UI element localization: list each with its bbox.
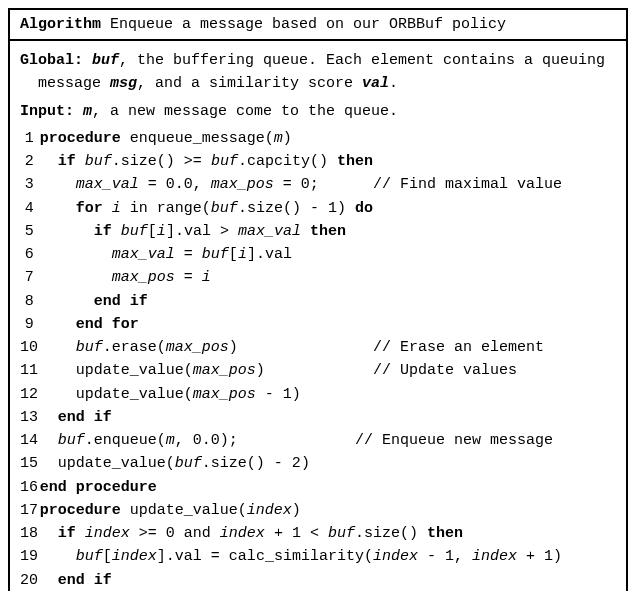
line-number: 11 [20,359,40,382]
code-line: end procedure [40,476,616,499]
code-line: procedure enqueue_message(m) [40,127,616,150]
line-number: 7 [20,266,40,289]
code-line: end if [40,569,616,592]
line-number: 3 [20,173,40,196]
line-number: 14 [20,429,40,452]
code-line: buf.enqueue(m, 0.0); // Enqueue new mess… [40,429,616,452]
code-line: end if [40,406,616,429]
line-number: 5 [20,220,40,243]
code-line: update_value(max_pos - 1) [40,383,616,406]
global-line: Global: buf, the buffering queue. Each e… [20,49,616,96]
code-line: end for [40,313,616,336]
line-number: 9 [20,313,40,336]
code-line: end if [40,290,616,313]
line-number: 4 [20,197,40,220]
code-line: max_val = buf[i].val [40,243,616,266]
algorithm-box: Algorithm Enqueue a message based on our… [8,8,628,591]
line-number: 18 [20,522,40,545]
code-line: if buf[i].val > max_val then [40,220,616,243]
global-var-buf: buf [92,52,119,69]
title-text: Enqueue a message based on our ORBBuf po… [101,16,506,33]
code-line: max_val = 0.0, max_pos = 0; // Find maxi… [40,173,616,196]
algorithm-body: Global: buf, the buffering queue. Each e… [10,41,626,591]
input-line: Input: m, a new message come to the queu… [20,100,616,123]
code-line: procedure update_value(index) [40,499,616,522]
global-label: Global: [20,52,83,69]
input-var-m: m [83,103,92,120]
input-label: Input: [20,103,74,120]
line-number: 17 [20,499,40,522]
line-number: 19 [20,545,40,568]
line-number: 16 [20,476,40,499]
code-line: if buf.size() >= buf.capcity() then [40,150,616,173]
code-line: max_pos = i [40,266,616,289]
code-line: buf.erase(max_pos) // Erase an element [40,336,616,359]
global-var-val: val [362,75,389,92]
code-line: if index >= 0 and index + 1 < buf.size()… [40,522,616,545]
code-line: for i in range(buf.size() - 1) do [40,197,616,220]
code-listing: 1procedure enqueue_message(m)2 if buf.si… [20,127,616,591]
line-number: 12 [20,383,40,406]
global-var-msg: msg [110,75,137,92]
line-number: 10 [20,336,40,359]
line-number: 2 [20,150,40,173]
line-number: 15 [20,452,40,475]
code-line: update_value(buf.size() - 2) [40,452,616,475]
title-label: Algorithm [20,16,101,33]
code-line: buf[index].val = calc_similarity(index -… [40,545,616,568]
line-number: 1 [20,127,40,150]
line-number: 6 [20,243,40,266]
algorithm-title: Algorithm Enqueue a message based on our… [10,10,626,41]
line-number: 20 [20,569,40,592]
code-line: update_value(max_pos) // Update values [40,359,616,382]
line-number: 13 [20,406,40,429]
line-number: 8 [20,290,40,313]
